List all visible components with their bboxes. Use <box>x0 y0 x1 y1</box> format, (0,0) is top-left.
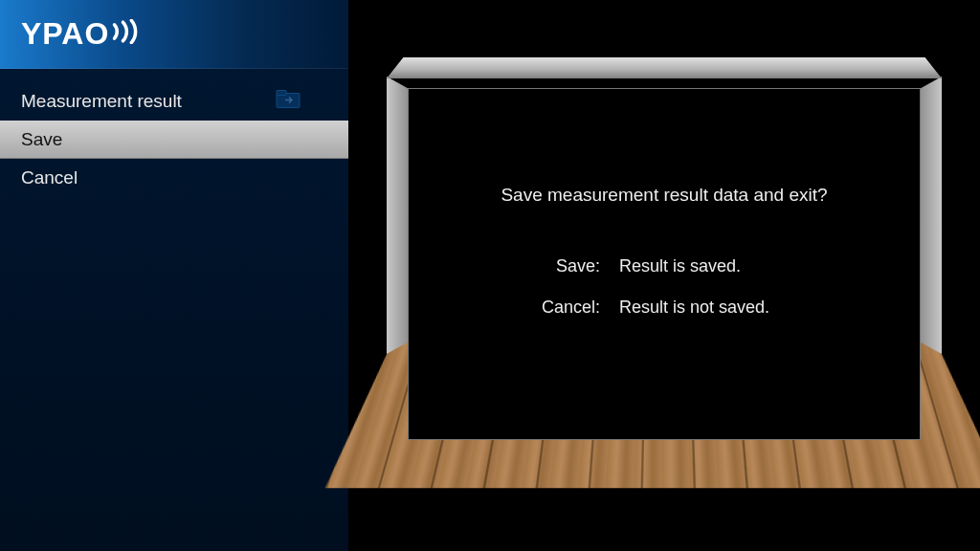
dialog-options: Save: Result is saved. Cancel: Result is… <box>409 256 920 318</box>
menu-item-save[interactable]: Save <box>0 121 348 159</box>
room-back-wall: Save measurement result data and exit? S… <box>408 88 921 440</box>
header: YPAO <box>0 0 348 69</box>
menu-item-label: Measurement result <box>21 91 182 112</box>
menu-item-measurement-result[interactable]: Measurement result <box>0 82 348 121</box>
logo: YPAO <box>21 16 142 52</box>
menu-item-label: Save <box>21 129 62 150</box>
room-visualization: Save measurement result data and exit? S… <box>387 57 942 488</box>
option-row-save: Save: Result is saved. <box>409 256 920 276</box>
sound-waves-icon <box>111 19 142 44</box>
menu: Measurement result Save Cancel <box>0 69 348 197</box>
room-ceiling <box>387 57 942 78</box>
option-desc: Result is not saved. <box>619 298 769 318</box>
option-row-cancel: Cancel: Result is not saved. <box>409 298 920 318</box>
option-desc: Result is saved. <box>619 256 741 276</box>
menu-item-cancel[interactable]: Cancel <box>0 159 348 197</box>
option-label: Save: <box>409 256 619 276</box>
logo-text: YPAO <box>21 16 109 52</box>
sidebar: YPAO Measurement result Save <box>0 0 348 551</box>
main-panel: Save measurement result data and exit? S… <box>348 0 980 551</box>
option-label: Cancel: <box>409 298 619 318</box>
dialog-prompt: Save measurement result data and exit? <box>409 185 920 206</box>
folder-arrow-icon <box>276 90 301 114</box>
menu-item-label: Cancel <box>21 167 78 188</box>
svg-rect-1 <box>277 91 286 96</box>
